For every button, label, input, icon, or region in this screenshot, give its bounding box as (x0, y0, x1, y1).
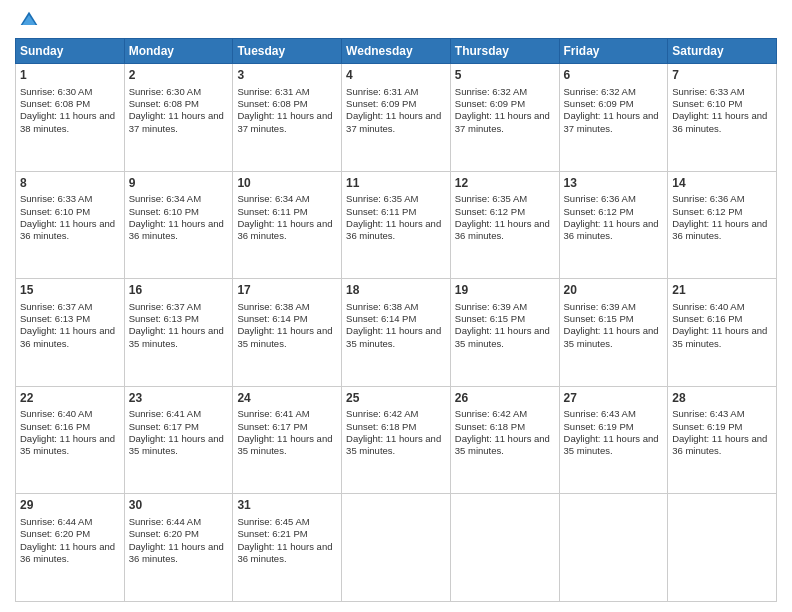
calendar-cell: 16Sunrise: 6:37 AMSunset: 6:13 PMDayligh… (124, 279, 233, 387)
day-number: 23 (129, 391, 229, 407)
daylight-text: Daylight: 11 hours and 36 minutes. (20, 541, 115, 564)
day-header-thursday: Thursday (450, 39, 559, 64)
calendar-cell: 31Sunrise: 6:45 AMSunset: 6:21 PMDayligh… (233, 494, 342, 602)
week-row-3: 15Sunrise: 6:37 AMSunset: 6:13 PMDayligh… (16, 279, 777, 387)
sunrise-text: Sunrise: 6:34 AM (237, 193, 309, 204)
daylight-text: Daylight: 11 hours and 36 minutes. (129, 218, 224, 241)
day-number: 6 (564, 68, 664, 84)
sunrise-text: Sunrise: 6:36 AM (672, 193, 744, 204)
sunset-text: Sunset: 6:17 PM (237, 421, 307, 432)
calendar-cell: 15Sunrise: 6:37 AMSunset: 6:13 PMDayligh… (16, 279, 125, 387)
calendar-table: SundayMondayTuesdayWednesdayThursdayFrid… (15, 38, 777, 602)
daylight-text: Daylight: 11 hours and 37 minutes. (564, 110, 659, 133)
sunrise-text: Sunrise: 6:43 AM (672, 408, 744, 419)
sunset-text: Sunset: 6:19 PM (672, 421, 742, 432)
calendar-cell: 5Sunrise: 6:32 AMSunset: 6:09 PMDaylight… (450, 64, 559, 172)
sunrise-text: Sunrise: 6:36 AM (564, 193, 636, 204)
sunset-text: Sunset: 6:14 PM (346, 313, 416, 324)
daylight-text: Daylight: 11 hours and 37 minutes. (237, 110, 332, 133)
sunset-text: Sunset: 6:12 PM (672, 206, 742, 217)
day-number: 15 (20, 283, 120, 299)
sunset-text: Sunset: 6:16 PM (20, 421, 90, 432)
day-number: 26 (455, 391, 555, 407)
calendar-cell (342, 494, 451, 602)
week-row-5: 29Sunrise: 6:44 AMSunset: 6:20 PMDayligh… (16, 494, 777, 602)
daylight-text: Daylight: 11 hours and 35 minutes. (237, 325, 332, 348)
sunset-text: Sunset: 6:10 PM (672, 98, 742, 109)
sunset-text: Sunset: 6:11 PM (237, 206, 307, 217)
daylight-text: Daylight: 11 hours and 37 minutes. (346, 110, 441, 133)
day-header-sunday: Sunday (16, 39, 125, 64)
day-number: 7 (672, 68, 772, 84)
calendar-cell (450, 494, 559, 602)
sunset-text: Sunset: 6:14 PM (237, 313, 307, 324)
calendar-cell: 24Sunrise: 6:41 AMSunset: 6:17 PMDayligh… (233, 386, 342, 494)
daylight-text: Daylight: 11 hours and 36 minutes. (237, 541, 332, 564)
daylight-text: Daylight: 11 hours and 36 minutes. (20, 325, 115, 348)
day-number: 24 (237, 391, 337, 407)
day-number: 2 (129, 68, 229, 84)
sunrise-text: Sunrise: 6:44 AM (20, 516, 92, 527)
sunrise-text: Sunrise: 6:40 AM (20, 408, 92, 419)
calendar-cell: 2Sunrise: 6:30 AMSunset: 6:08 PMDaylight… (124, 64, 233, 172)
day-header-saturday: Saturday (668, 39, 777, 64)
logo-icon (19, 10, 39, 30)
sunset-text: Sunset: 6:11 PM (346, 206, 416, 217)
daylight-text: Daylight: 11 hours and 36 minutes. (672, 433, 767, 456)
day-header-monday: Monday (124, 39, 233, 64)
sunrise-text: Sunrise: 6:44 AM (129, 516, 201, 527)
calendar-cell (668, 494, 777, 602)
day-number: 27 (564, 391, 664, 407)
daylight-text: Daylight: 11 hours and 36 minutes. (672, 218, 767, 241)
calendar-cell: 21Sunrise: 6:40 AMSunset: 6:16 PMDayligh… (668, 279, 777, 387)
calendar-cell: 17Sunrise: 6:38 AMSunset: 6:14 PMDayligh… (233, 279, 342, 387)
sunrise-text: Sunrise: 6:33 AM (20, 193, 92, 204)
calendar-cell: 30Sunrise: 6:44 AMSunset: 6:20 PMDayligh… (124, 494, 233, 602)
sunrise-text: Sunrise: 6:42 AM (346, 408, 418, 419)
calendar-cell: 22Sunrise: 6:40 AMSunset: 6:16 PMDayligh… (16, 386, 125, 494)
daylight-text: Daylight: 11 hours and 35 minutes. (129, 433, 224, 456)
calendar-cell: 10Sunrise: 6:34 AMSunset: 6:11 PMDayligh… (233, 171, 342, 279)
day-number: 1 (20, 68, 120, 84)
day-number: 8 (20, 176, 120, 192)
day-number: 21 (672, 283, 772, 299)
day-number: 9 (129, 176, 229, 192)
header (15, 10, 777, 30)
calendar-cell: 7Sunrise: 6:33 AMSunset: 6:10 PMDaylight… (668, 64, 777, 172)
calendar-cell: 28Sunrise: 6:43 AMSunset: 6:19 PMDayligh… (668, 386, 777, 494)
sunset-text: Sunset: 6:08 PM (237, 98, 307, 109)
logo (15, 10, 39, 30)
sunrise-text: Sunrise: 6:45 AM (237, 516, 309, 527)
daylight-text: Daylight: 11 hours and 36 minutes. (129, 541, 224, 564)
calendar-cell: 1Sunrise: 6:30 AMSunset: 6:08 PMDaylight… (16, 64, 125, 172)
sunset-text: Sunset: 6:20 PM (20, 528, 90, 539)
daylight-text: Daylight: 11 hours and 35 minutes. (455, 433, 550, 456)
daylight-text: Daylight: 11 hours and 35 minutes. (672, 325, 767, 348)
day-number: 30 (129, 498, 229, 514)
sunset-text: Sunset: 6:08 PM (129, 98, 199, 109)
sunset-text: Sunset: 6:15 PM (564, 313, 634, 324)
sunrise-text: Sunrise: 6:37 AM (129, 301, 201, 312)
sunset-text: Sunset: 6:13 PM (20, 313, 90, 324)
calendar-cell: 20Sunrise: 6:39 AMSunset: 6:15 PMDayligh… (559, 279, 668, 387)
day-number: 28 (672, 391, 772, 407)
sunset-text: Sunset: 6:10 PM (129, 206, 199, 217)
calendar-cell: 29Sunrise: 6:44 AMSunset: 6:20 PMDayligh… (16, 494, 125, 602)
day-number: 17 (237, 283, 337, 299)
day-number: 20 (564, 283, 664, 299)
calendar-cell: 6Sunrise: 6:32 AMSunset: 6:09 PMDaylight… (559, 64, 668, 172)
sunset-text: Sunset: 6:18 PM (455, 421, 525, 432)
sunrise-text: Sunrise: 6:37 AM (20, 301, 92, 312)
sunrise-text: Sunrise: 6:32 AM (455, 86, 527, 97)
sunrise-text: Sunrise: 6:38 AM (237, 301, 309, 312)
sunrise-text: Sunrise: 6:31 AM (346, 86, 418, 97)
sunrise-text: Sunrise: 6:39 AM (564, 301, 636, 312)
daylight-text: Daylight: 11 hours and 36 minutes. (455, 218, 550, 241)
day-number: 11 (346, 176, 446, 192)
day-number: 18 (346, 283, 446, 299)
calendar-cell: 18Sunrise: 6:38 AMSunset: 6:14 PMDayligh… (342, 279, 451, 387)
calendar-cell: 13Sunrise: 6:36 AMSunset: 6:12 PMDayligh… (559, 171, 668, 279)
daylight-text: Daylight: 11 hours and 36 minutes. (237, 218, 332, 241)
day-number: 12 (455, 176, 555, 192)
day-header-wednesday: Wednesday (342, 39, 451, 64)
